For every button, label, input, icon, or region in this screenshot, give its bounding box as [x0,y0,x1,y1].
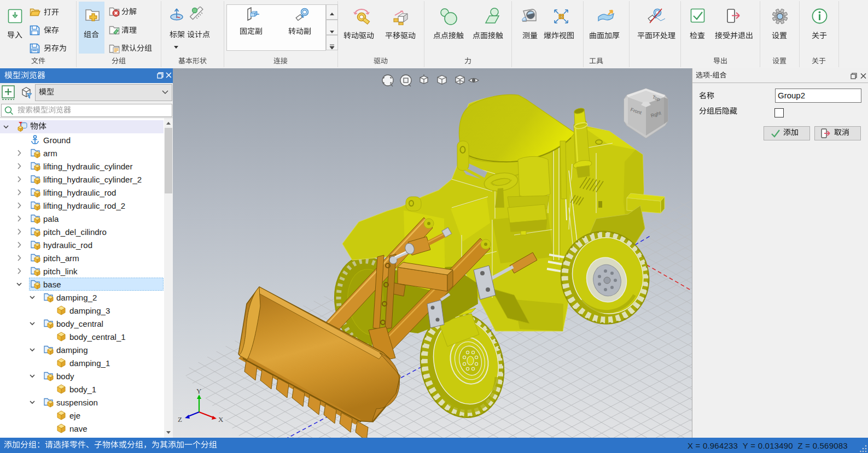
svg-text:X: X [218,415,224,423]
svg-text:Z: Z [178,415,182,423]
svg-text:Y: Y [196,387,202,395]
